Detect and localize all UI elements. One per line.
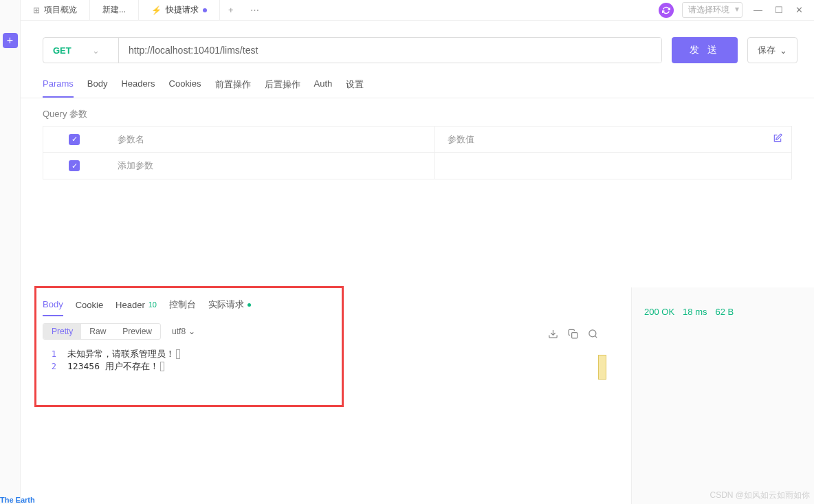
chevron-down-icon: ⌄ xyxy=(92,45,100,56)
watermark: CSDN @如风如云如雨如你 xyxy=(710,490,810,501)
refresh-icon[interactable] xyxy=(659,3,674,18)
view-pretty[interactable]: Pretty xyxy=(43,324,81,339)
request-tabs: Params Body Headers Cookies 前置操作 后置操作 Au… xyxy=(21,73,814,98)
svg-rect-0 xyxy=(572,333,578,338)
view-mode-group: Pretty Raw Preview xyxy=(43,323,161,340)
tab-quick-request[interactable]: ⚡ 快捷请求 xyxy=(139,0,220,20)
close-button[interactable]: ✕ xyxy=(793,3,806,17)
tab-postscript[interactable]: 后置操作 xyxy=(265,73,300,98)
environment-select[interactable]: 请选择环境 ▾ xyxy=(682,2,742,18)
tab-settings[interactable]: 设置 xyxy=(346,73,364,98)
search-icon[interactable] xyxy=(588,329,598,341)
url-input[interactable] xyxy=(119,38,661,63)
left-rail: + xyxy=(0,0,21,504)
response-actions xyxy=(548,329,598,341)
tab-add-button[interactable]: + xyxy=(220,0,242,20)
status-code: 200 OK xyxy=(644,307,674,317)
bolt-icon: ⚡ xyxy=(151,6,162,15)
maximize-button[interactable]: ☐ xyxy=(772,3,786,17)
window-controls: — ☐ ✕ xyxy=(751,3,806,17)
tab-cookies[interactable]: Cookies xyxy=(169,73,201,98)
resp-tab-actual-label: 实际请求 xyxy=(208,298,244,311)
tab-headers[interactable]: Headers xyxy=(121,73,155,98)
bottom-fragment: The Earth xyxy=(0,496,35,504)
code-line: 1 未知异常，请联系管理员！ xyxy=(43,348,609,360)
checkbox-icon: ✓ xyxy=(69,160,80,171)
view-raw[interactable]: Raw xyxy=(81,324,114,339)
param-edit-icon[interactable] xyxy=(764,133,791,145)
minimize-button[interactable]: — xyxy=(751,3,765,17)
status-time: 18 ms xyxy=(683,307,707,317)
param-add-label: 添加参数 xyxy=(105,160,434,172)
resp-tab-actual[interactable]: 实际请求 xyxy=(208,296,251,316)
green-dot-icon xyxy=(248,303,251,307)
param-add-row[interactable]: ✓ 添加参数 xyxy=(43,153,791,179)
tab-project-overview[interactable]: ⊞ 项目概览 xyxy=(21,0,90,20)
http-method-select[interactable]: GET ⌄ xyxy=(43,38,119,63)
env-placeholder: 请选择环境 xyxy=(688,5,729,14)
request-url-row: GET ⌄ 发 送 保存 ⌄ xyxy=(21,21,814,73)
line-number: 2 xyxy=(43,362,67,371)
save-label: 保存 xyxy=(758,44,776,56)
add-button[interactable]: + xyxy=(3,33,18,48)
download-icon[interactable] xyxy=(548,329,558,341)
tab-more-button[interactable]: ⋯ xyxy=(242,0,267,20)
code-line: 2 123456 用户不存在！ xyxy=(43,360,609,373)
scroll-marker[interactable] xyxy=(598,355,606,380)
resp-tab-body[interactable]: Body xyxy=(43,296,63,316)
tab-label: 新建... xyxy=(102,4,126,16)
param-name-header: 参数名 xyxy=(105,133,434,146)
encoding-select[interactable]: utf8 ⌄ xyxy=(172,327,195,336)
svg-point-1 xyxy=(589,330,596,337)
send-button[interactable]: 发 送 xyxy=(672,37,738,63)
view-preview[interactable]: Preview xyxy=(114,324,160,339)
resp-tab-console[interactable]: 控制台 xyxy=(169,296,196,316)
line-number: 1 xyxy=(43,349,67,359)
response-body[interactable]: 1 未知异常，请联系管理员！ 2 123456 用户不存在！ xyxy=(43,345,609,375)
tab-label: 项目概览 xyxy=(44,4,77,16)
top-right-controls: 请选择环境 ▾ — ☐ ✕ xyxy=(659,0,814,20)
checkbox-icon: ✓ xyxy=(69,134,80,145)
method-url-group: GET ⌄ xyxy=(43,37,662,63)
param-value-header: 参数值 xyxy=(434,127,764,152)
line-content: 123456 用户不存在！ xyxy=(67,360,159,373)
chevron-down-icon: ⌄ xyxy=(188,327,195,336)
param-check-header[interactable]: ✓ xyxy=(43,134,105,145)
param-table: ✓ 参数名 参数值 ✓ 添加参数 xyxy=(43,126,792,179)
status-panel: 200 OK 18 ms 62 B xyxy=(631,287,814,504)
tab-new[interactable]: 新建... xyxy=(90,0,139,20)
chevron-down-icon: ⌄ xyxy=(780,45,787,56)
response-toolbar: Pretty Raw Preview utf8 ⌄ xyxy=(43,316,609,345)
response-area: Body Cookie Header 10 控制台 实际请求 Pretty Ra… xyxy=(21,287,814,504)
tab-body[interactable]: Body xyxy=(87,73,108,98)
cursor-icon xyxy=(176,349,180,359)
tab-bar: ⊞ 项目概览 新建... ⚡ 快捷请求 + ⋯ 请选择环境 ▾ — ☐ ✕ xyxy=(21,0,814,21)
param-header-row: ✓ 参数名 参数值 xyxy=(43,127,791,153)
query-params-label: Query 参数 xyxy=(21,98,814,126)
tab-prescript[interactable]: 前置操作 xyxy=(215,73,251,98)
copy-icon[interactable] xyxy=(568,329,578,341)
line-content: 未知异常，请联系管理员！ xyxy=(67,348,175,360)
resp-tab-cookie[interactable]: Cookie xyxy=(76,297,103,316)
chevron-down-icon: ▾ xyxy=(735,4,739,14)
save-button[interactable]: 保存 ⌄ xyxy=(747,37,798,63)
resp-tab-header-label: Header xyxy=(116,300,145,310)
status-line: 200 OK 18 ms 62 B xyxy=(644,307,802,317)
response-main: Body Cookie Header 10 控制台 实际请求 Pretty Ra… xyxy=(21,287,631,375)
tab-label: 快捷请求 xyxy=(166,4,199,16)
response-tabs: Body Cookie Header 10 控制台 实际请求 xyxy=(43,287,609,316)
unsaved-dot-icon xyxy=(203,8,207,12)
tab-auth[interactable]: Auth xyxy=(314,73,333,98)
param-value-cell[interactable] xyxy=(434,153,764,179)
status-size: 62 B xyxy=(716,307,734,317)
param-check[interactable]: ✓ xyxy=(43,160,105,171)
tab-params[interactable]: Params xyxy=(43,73,74,98)
resp-tab-header[interactable]: Header 10 xyxy=(116,297,157,316)
cursor-icon xyxy=(160,362,164,371)
grid-icon: ⊞ xyxy=(33,6,40,15)
encoding-label: utf8 xyxy=(172,327,186,336)
header-count-badge: 10 xyxy=(148,300,157,309)
method-label: GET xyxy=(53,45,72,56)
